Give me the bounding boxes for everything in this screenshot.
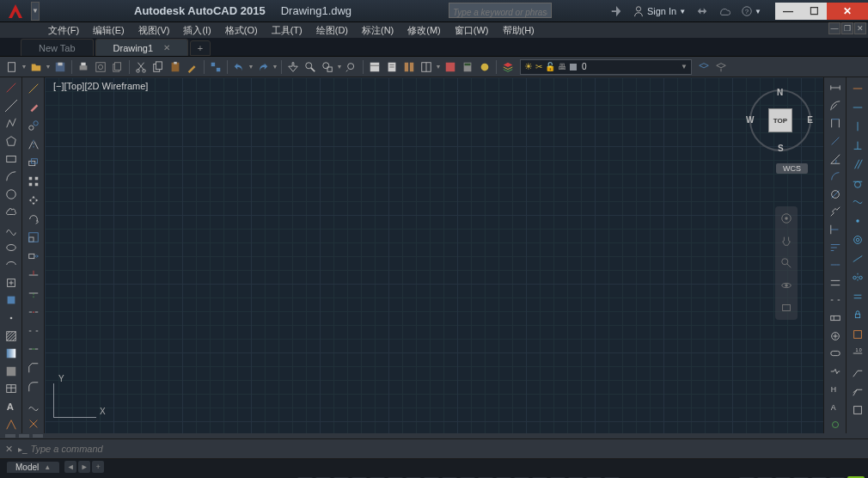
table-icon[interactable]	[3, 381, 20, 397]
sheet-set-icon[interactable]	[384, 59, 400, 75]
menu-modify[interactable]: 修改(M)	[400, 22, 448, 38]
erase-icon[interactable]	[25, 99, 42, 116]
close-button[interactable]: ✕	[827, 3, 868, 20]
search-go-button[interactable]	[605, 0, 627, 22]
constraint-tangent-icon[interactable]	[849, 175, 866, 192]
spline-icon[interactable]	[3, 222, 20, 238]
minimize-button[interactable]: —	[775, 3, 801, 20]
constraint-collinear-icon[interactable]	[849, 250, 866, 267]
menu-edit[interactable]: 编辑(E)	[86, 22, 131, 38]
inspection-icon[interactable]	[827, 346, 844, 362]
mdi-restore[interactable]: ❐	[841, 22, 853, 34]
panel-handle[interactable]	[5, 434, 15, 438]
autodesk-360-button[interactable]	[713, 0, 736, 22]
dim-edit-icon[interactable]: H	[827, 381, 844, 397]
dim-style-icon[interactable]: 1.0	[849, 345, 866, 362]
addselected-icon[interactable]	[3, 416, 20, 432]
arc-icon[interactable]	[3, 169, 20, 185]
cut-icon[interactable]	[133, 59, 149, 75]
menu-tools[interactable]: 工具(T)	[265, 22, 309, 38]
ellipse-icon[interactable]	[3, 239, 20, 255]
quickcalc-icon[interactable]	[460, 59, 475, 75]
join-icon[interactable]	[25, 341, 42, 358]
exchange-apps-button[interactable]	[691, 0, 713, 22]
panel-handle[interactable]	[33, 434, 43, 438]
zoom-previous-icon[interactable]	[344, 59, 359, 75]
gradient-icon[interactable]	[3, 346, 20, 362]
new-tab-button[interactable]: +	[190, 40, 211, 56]
save-icon[interactable]	[52, 59, 68, 75]
render-icon[interactable]	[477, 59, 492, 75]
pan-icon[interactable]	[285, 59, 301, 75]
mdi-close[interactable]: ✕	[854, 22, 866, 34]
redo-icon[interactable]	[255, 59, 271, 75]
constraint-perp-icon[interactable]	[849, 137, 866, 154]
break-icon[interactable]	[25, 322, 42, 340]
print-icon[interactable]	[76, 59, 91, 75]
panel-handle[interactable]	[19, 434, 29, 438]
rotate-icon[interactable]	[25, 211, 42, 228]
constraint-parallel-icon[interactable]	[849, 156, 866, 173]
fillet-icon[interactable]	[25, 378, 42, 395]
move-icon[interactable]	[25, 192, 42, 209]
dim-linear-icon[interactable]	[827, 115, 844, 132]
menu-format[interactable]: 格式(O)	[218, 22, 265, 38]
layer-previous-icon[interactable]	[713, 59, 729, 75]
zoom-window-icon[interactable]	[320, 59, 335, 75]
explode-icon[interactable]	[25, 415, 42, 432]
offset-icon[interactable]	[25, 155, 42, 172]
viewport-label[interactable]: [−][Top][2D Wireframe]	[53, 81, 148, 91]
line-icon[interactable]	[3, 80, 20, 96]
layout-next[interactable]: ►	[78, 461, 90, 473]
menu-help[interactable]: 帮助(H)	[496, 22, 541, 38]
dim-baseline-icon[interactable]	[827, 239, 844, 255]
dim-aligned-icon[interactable]	[827, 133, 844, 150]
undo-dropdown[interactable]: ▼	[248, 64, 254, 70]
constraint-fix-icon[interactable]	[849, 307, 866, 324]
menu-window[interactable]: 窗口(W)	[448, 22, 496, 38]
dim-continue-icon[interactable]	[827, 257, 844, 273]
menu-file[interactable]: 文件(F)	[41, 22, 86, 38]
properties-icon[interactable]	[367, 59, 382, 75]
dim-angular-icon[interactable]	[827, 150, 844, 167]
markup-icon[interactable]	[443, 59, 458, 75]
array-icon[interactable]	[25, 173, 42, 190]
drawing-canvas[interactable]: [−][Top][2D Wireframe] TOP N S E W WCS Y…	[45, 77, 823, 433]
polyline-icon[interactable]	[3, 115, 20, 132]
plot-preview-icon[interactable]	[93, 59, 108, 75]
menu-dimension[interactable]: 标注(N)	[355, 22, 400, 38]
new-icon[interactable]	[4, 59, 20, 75]
make-block-icon[interactable]	[3, 292, 20, 309]
dim-break-icon[interactable]	[827, 292, 844, 309]
mleader-icon[interactable]	[849, 383, 866, 400]
match-properties-icon[interactable]	[185, 59, 200, 75]
blend-icon[interactable]	[25, 397, 42, 414]
copy-obj-icon[interactable]	[25, 117, 42, 134]
constraint-symmetric-icon[interactable]	[849, 269, 866, 286]
hatch-icon[interactable]	[3, 328, 20, 344]
palette-dropdown[interactable]: ▼	[435, 64, 442, 70]
publish-icon[interactable]	[110, 59, 125, 75]
qat-dropdown[interactable]: ▼	[31, 2, 40, 21]
viewcube-east[interactable]: E	[807, 115, 813, 125]
help-button[interactable]: ? ▼	[736, 0, 767, 22]
tab-close-icon[interactable]: ✕	[163, 43, 170, 52]
layer-properties-icon[interactable]	[500, 59, 516, 75]
wcs-badge[interactable]: WCS	[776, 163, 808, 174]
zoom-nav-icon[interactable]	[778, 254, 795, 272]
jog-line-icon[interactable]	[827, 364, 844, 380]
layer-combo[interactable]: ☀ ✂ 🔓 🖶 0 ▼	[520, 59, 692, 75]
tool-palettes-icon[interactable]	[401, 59, 417, 75]
dim-text-edit-icon[interactable]: A	[827, 399, 844, 415]
autoconstrain-icon[interactable]	[849, 326, 866, 343]
wipeout-icon[interactable]	[849, 401, 866, 419]
tolerance-icon[interactable]	[827, 310, 844, 327]
menu-draw[interactable]: 绘图(D)	[309, 22, 355, 38]
copy-icon[interactable]	[150, 59, 166, 75]
xline-icon[interactable]	[3, 98, 20, 114]
model-tab[interactable]: Model ▲	[7, 462, 59, 473]
pan-nav-icon[interactable]	[778, 232, 795, 249]
leader-icon[interactable]	[849, 364, 866, 381]
design-center-icon[interactable]	[419, 59, 434, 75]
maximize-button[interactable]: ☐	[801, 3, 827, 20]
